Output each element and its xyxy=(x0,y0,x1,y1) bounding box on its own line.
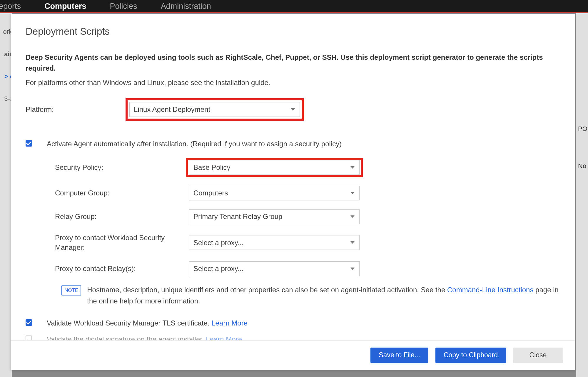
activate-agent-checkbox[interactable] xyxy=(26,140,32,147)
bg-left-panel: orkl ain > c 3-1 xyxy=(0,13,12,377)
modal-title: Deployment Scripts xyxy=(11,14,575,43)
chevron-down-icon xyxy=(350,192,355,194)
note-badge: NOTE xyxy=(61,285,81,295)
chevron-down-icon xyxy=(291,108,295,111)
nav-item-administration[interactable]: Administration xyxy=(155,2,217,11)
modal-scroll-area[interactable]: Deep Security Agents can be deployed usi… xyxy=(11,43,575,340)
chevron-down-icon xyxy=(350,215,355,218)
activate-agent-label: Activate Agent automatically after insta… xyxy=(47,138,342,149)
nav-item-computers[interactable]: Computers xyxy=(39,2,92,11)
validate-tls-checkbox[interactable] xyxy=(26,319,32,326)
proxy-mgr-select[interactable]: Select a proxy... xyxy=(189,235,360,250)
proxy-relay-value: Select a proxy... xyxy=(193,263,243,274)
relay-label: Relay Group: xyxy=(55,211,186,222)
policy-highlight: Base Policy xyxy=(186,158,363,177)
bg-right-panel: PO No xyxy=(576,13,588,377)
intro-text-bold: Deep Security Agents can be deployed usi… xyxy=(26,52,560,74)
relay-select[interactable]: Primary Tenant Relay Group xyxy=(189,209,360,224)
command-line-link[interactable]: Command-Line Instructions xyxy=(447,286,533,294)
platform-value: Linux Agent Deployment xyxy=(134,104,210,115)
platform-label: Platform: xyxy=(26,104,126,115)
modal-footer: Save to File... Copy to Clipboard Close xyxy=(11,340,575,370)
platform-highlight: Linux Agent Deployment xyxy=(126,98,304,121)
note-text: Hostname, description, unique identifier… xyxy=(87,284,560,307)
policy-select[interactable]: Base Policy xyxy=(189,160,360,175)
nav-item-policies[interactable]: Policies xyxy=(104,2,143,11)
chevron-down-icon xyxy=(350,166,355,169)
top-nav: s & Reports Computers Policies Administr… xyxy=(0,0,588,13)
proxy-mgr-value: Select a proxy... xyxy=(193,237,243,248)
deployment-scripts-modal: Deployment Scripts Deep Security Agents … xyxy=(11,14,575,370)
chevron-down-icon xyxy=(350,241,355,244)
policy-value: Base Policy xyxy=(193,162,230,173)
group-label: Computer Group: xyxy=(55,187,186,198)
validate-signature-label: Validate the digital signature on the ag… xyxy=(47,334,242,340)
relay-value: Primary Tenant Relay Group xyxy=(193,211,282,222)
proxy-mgr-label: Proxy to contact Workload Security Manag… xyxy=(55,233,186,253)
copy-to-clipboard-button[interactable]: Copy to Clipboard xyxy=(435,348,506,363)
close-button[interactable]: Close xyxy=(513,348,563,363)
save-to-file-button[interactable]: Save to File... xyxy=(370,348,428,363)
note-row: NOTE Hostname, description, unique ident… xyxy=(61,284,560,307)
group-select[interactable]: Computers xyxy=(189,186,360,200)
proxy-relay-label: Proxy to contact Relay(s): xyxy=(55,263,186,274)
policy-label: Security Policy: xyxy=(55,162,186,173)
validate-signature-checkbox[interactable] xyxy=(26,336,32,340)
learn-more-tls-link[interactable]: Learn More xyxy=(211,319,248,327)
group-value: Computers xyxy=(193,187,228,198)
intro-text-sub: For platforms other than Windows and Lin… xyxy=(26,77,560,88)
learn-more-sig-link[interactable]: Learn More xyxy=(206,335,242,340)
nav-item-reports[interactable]: s & Reports xyxy=(0,2,27,11)
proxy-relay-select[interactable]: Select a proxy... xyxy=(189,261,360,276)
platform-select[interactable]: Linux Agent Deployment xyxy=(129,102,300,117)
chevron-down-icon xyxy=(350,268,355,270)
validate-tls-label: Validate Workload Security Manager TLS c… xyxy=(47,318,248,328)
